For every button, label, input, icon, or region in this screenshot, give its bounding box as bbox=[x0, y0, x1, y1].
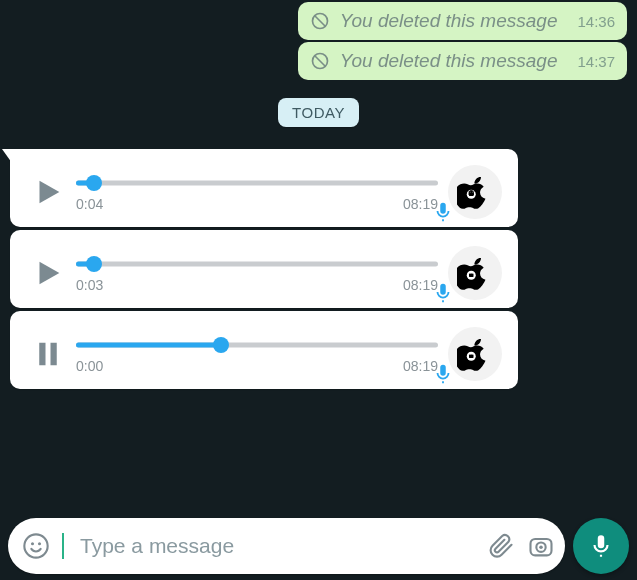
svg-point-6 bbox=[470, 192, 471, 193]
svg-point-10 bbox=[470, 273, 471, 274]
svg-rect-5 bbox=[469, 193, 474, 196]
message-row-incoming: 0:00 08:19 bbox=[10, 311, 627, 389]
composer bbox=[8, 518, 629, 574]
text-caret bbox=[62, 533, 64, 559]
svg-line-3 bbox=[315, 56, 325, 66]
apple-android-icon bbox=[457, 336, 493, 372]
sender-avatar-area bbox=[446, 244, 504, 302]
microphone-icon bbox=[432, 282, 454, 304]
svg-point-11 bbox=[472, 273, 473, 274]
audio-track-area: 0:00 08:19 bbox=[76, 335, 438, 374]
chat-area: You deleted this message 14:36 You delet… bbox=[0, 2, 637, 389]
microphone-icon bbox=[588, 533, 614, 559]
play-button[interactable] bbox=[28, 256, 68, 290]
audio-slider[interactable] bbox=[76, 254, 438, 274]
audio-track-area: 0:03 08:19 bbox=[76, 254, 438, 293]
deleted-message-text: You deleted this message bbox=[340, 10, 558, 32]
svg-point-23 bbox=[539, 545, 543, 549]
svg-point-17 bbox=[472, 354, 473, 355]
audio-slider[interactable] bbox=[76, 173, 438, 193]
microphone-icon bbox=[432, 363, 454, 385]
audio-slider[interactable] bbox=[76, 335, 438, 355]
prohibited-icon bbox=[310, 51, 330, 71]
sender-avatar[interactable] bbox=[448, 327, 502, 381]
sender-avatar[interactable] bbox=[448, 246, 502, 300]
emoji-icon[interactable] bbox=[22, 532, 50, 560]
date-separator-row: TODAY bbox=[10, 98, 627, 127]
message-timestamp: 14:37 bbox=[577, 53, 615, 70]
svg-point-7 bbox=[472, 192, 473, 193]
microphone-icon bbox=[432, 201, 454, 223]
svg-rect-9 bbox=[469, 274, 474, 277]
sender-avatar-area bbox=[446, 325, 504, 383]
camera-icon[interactable] bbox=[527, 532, 555, 560]
svg-rect-13 bbox=[51, 343, 57, 366]
voice-record-button[interactable] bbox=[573, 518, 629, 574]
play-icon bbox=[31, 175, 65, 209]
deleted-message-bubble[interactable]: You deleted this message 14:36 bbox=[298, 2, 627, 40]
date-separator: TODAY bbox=[278, 98, 359, 127]
voice-message-bubble[interactable]: 0:04 08:19 bbox=[10, 149, 518, 227]
message-input-pill[interactable] bbox=[8, 518, 565, 574]
prohibited-icon bbox=[310, 11, 330, 31]
audio-track-area: 0:04 08:19 bbox=[76, 173, 438, 212]
svg-point-20 bbox=[38, 542, 41, 545]
message-row-incoming: 0:04 08:19 bbox=[10, 149, 627, 227]
audio-current-time: 0:00 bbox=[76, 358, 103, 374]
svg-rect-15 bbox=[469, 355, 474, 358]
pause-icon bbox=[33, 339, 63, 369]
deleted-message-text: You deleted this message bbox=[340, 50, 558, 72]
svg-point-19 bbox=[31, 542, 34, 545]
play-icon bbox=[31, 256, 65, 290]
voice-message-bubble[interactable]: 0:03 08:19 bbox=[10, 230, 518, 308]
sender-avatar-area bbox=[446, 163, 504, 221]
message-row-incoming: 0:03 08:19 bbox=[10, 230, 627, 308]
message-row-outgoing: You deleted this message 14:37 bbox=[10, 42, 627, 80]
pause-button[interactable] bbox=[28, 339, 68, 369]
message-input[interactable] bbox=[78, 533, 475, 559]
svg-point-18 bbox=[24, 534, 47, 557]
apple-android-icon bbox=[457, 255, 493, 291]
sender-avatar[interactable] bbox=[448, 165, 502, 219]
attachment-icon[interactable] bbox=[487, 532, 515, 560]
svg-rect-12 bbox=[39, 343, 45, 366]
svg-point-16 bbox=[470, 354, 471, 355]
message-row-outgoing: You deleted this message 14:36 bbox=[10, 2, 627, 40]
message-timestamp: 14:36 bbox=[577, 13, 615, 30]
voice-message-bubble[interactable]: 0:00 08:19 bbox=[10, 311, 518, 389]
audio-current-time: 0:03 bbox=[76, 277, 103, 293]
deleted-message-bubble[interactable]: You deleted this message 14:37 bbox=[298, 42, 627, 80]
svg-line-1 bbox=[315, 16, 325, 26]
play-button[interactable] bbox=[28, 175, 68, 209]
audio-current-time: 0:04 bbox=[76, 196, 103, 212]
apple-android-icon bbox=[457, 174, 493, 210]
